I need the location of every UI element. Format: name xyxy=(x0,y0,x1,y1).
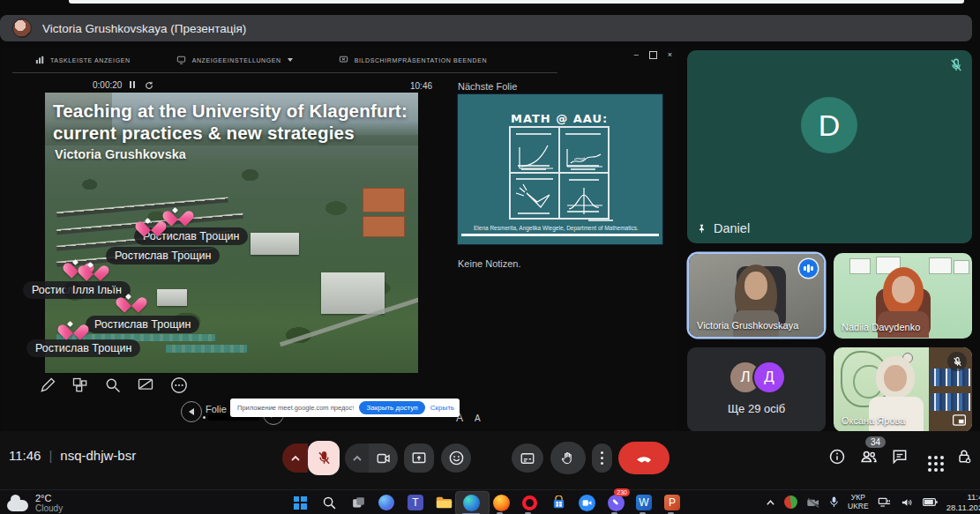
close-button[interactable]: × xyxy=(668,50,672,59)
participant-tile-oksana[interactable]: Оксана Ярова xyxy=(834,347,972,432)
weather-widget[interactable]: 2°C Cloudy xyxy=(7,493,63,513)
folder-icon xyxy=(436,495,453,510)
person-face xyxy=(744,272,767,300)
show-people-button[interactable] xyxy=(857,445,881,468)
sketch-flashlight xyxy=(510,173,559,219)
presenter-clock: 10:46 xyxy=(410,81,432,91)
pause-icon[interactable] xyxy=(130,80,137,90)
powerpoint-button[interactable]: P xyxy=(662,492,683,513)
mic-options-chevron[interactable] xyxy=(282,443,308,473)
end-presentation-icon xyxy=(339,56,348,64)
activities-button[interactable] xyxy=(918,446,941,469)
end-call-button[interactable] xyxy=(618,442,670,474)
teams-button[interactable]: T xyxy=(405,492,426,513)
tray-clock[interactable]: 11:46 28.11.2025 xyxy=(946,492,980,513)
copilot-button[interactable] xyxy=(376,492,397,513)
mic-off-badge xyxy=(947,352,967,371)
viber-button[interactable]: 230 xyxy=(605,492,626,513)
nav-dot xyxy=(203,416,206,419)
network-icon[interactable] xyxy=(878,496,892,509)
tray-camera-off-icon[interactable] xyxy=(806,496,820,509)
black-screen-icon[interactable] xyxy=(137,376,154,394)
meeting-time: 11:46 xyxy=(9,448,41,463)
tennis-courts xyxy=(363,216,406,237)
person-face xyxy=(884,365,907,391)
meeting-details-button[interactable] xyxy=(826,445,849,468)
participant-tile-victoria[interactable]: Victoria Grushkovskaya xyxy=(689,254,824,337)
background-window-edge xyxy=(69,0,964,4)
battery-icon[interactable] xyxy=(923,496,938,508)
campus-building xyxy=(251,233,299,255)
word-button[interactable]: W xyxy=(633,492,655,513)
slide-title-line1: Teaching at the University of Klagenfurt… xyxy=(53,100,408,122)
pen-tool-icon[interactable] xyxy=(39,376,56,394)
task-view-button[interactable] xyxy=(348,492,369,513)
smiley-icon xyxy=(448,450,465,466)
system-tray: УКР UKRE 11:46 28.11.2025 xyxy=(766,492,980,513)
start-button[interactable] xyxy=(289,492,310,513)
tray-sync-icon[interactable] xyxy=(784,495,797,509)
previous-slide-button[interactable] xyxy=(181,401,202,422)
wall-frame xyxy=(954,260,969,274)
zoom-button[interactable] xyxy=(576,492,597,513)
minimize-button[interactable]: – xyxy=(634,50,639,59)
tray-time: 11:46 xyxy=(946,492,980,503)
zoom-slide-icon[interactable] xyxy=(104,376,122,394)
thumb-small-note xyxy=(588,220,613,221)
info-icon xyxy=(828,448,846,466)
present-screen-button[interactable] xyxy=(404,443,434,473)
next-slide-credit: Elena Resmerita, Angelika Wiegele, Depar… xyxy=(474,225,639,231)
chat-button[interactable] xyxy=(888,445,911,468)
font-decrease-button[interactable]: A xyxy=(475,413,481,423)
picture-in-picture-icon[interactable] xyxy=(953,414,966,426)
mic-toggle-button[interactable] xyxy=(308,441,340,475)
more-participants-tile[interactable]: Л Д Ще 29 осіб xyxy=(687,347,826,432)
raise-hand-button[interactable] xyxy=(550,442,586,474)
meet-window: Victoria Grushkovskaya (Презентація) TAS… xyxy=(0,0,980,514)
slide-link-highlight[interactable] xyxy=(166,345,247,353)
captions-button[interactable] xyxy=(512,443,543,473)
opera-button[interactable] xyxy=(519,492,540,513)
participant-name: Daniel xyxy=(714,221,750,235)
search-button[interactable] xyxy=(318,492,340,513)
lock-icon xyxy=(955,448,973,466)
tray-expand-icon[interactable] xyxy=(766,499,775,506)
maximize-button[interactable] xyxy=(649,51,657,59)
participant-tile-daniel[interactable]: D Daniel xyxy=(687,50,972,243)
hand-icon xyxy=(560,451,576,466)
more-options-button[interactable] xyxy=(592,443,612,473)
language-line2: UKRE xyxy=(848,503,869,511)
end-slideshow-button[interactable]: BILDSCHIRMPRÄSENTATION BEENDEN xyxy=(339,56,487,64)
firefox-button[interactable] xyxy=(490,492,512,513)
stop-sharing-button[interactable]: Закрыть доступ xyxy=(359,401,424,414)
sketch-function-curve xyxy=(559,173,609,219)
camera-toggle-button[interactable] xyxy=(369,443,398,473)
tray-mic-icon[interactable] xyxy=(829,495,839,509)
more-tools-icon[interactable] xyxy=(169,376,189,395)
audio-activity-indicator xyxy=(799,259,818,278)
host-controls-button[interactable] xyxy=(953,445,976,468)
file-explorer-button[interactable] xyxy=(433,492,454,513)
taskbar-show-button[interactable]: TASKLEISTE ANZEIGEN xyxy=(35,56,131,64)
campus-building xyxy=(321,272,385,315)
hide-notification-link[interactable]: Скрыть xyxy=(430,404,454,412)
edge-button[interactable] xyxy=(460,492,482,513)
reactions-button[interactable] xyxy=(441,443,471,473)
powerpoint-icon: P xyxy=(664,495,680,510)
more-participants-label: Ще 29 осіб xyxy=(687,402,826,415)
slide-timer-row: 0:00:20 xyxy=(93,80,153,90)
next-slide-title: MATH @ AAU: xyxy=(511,112,608,125)
all-slides-icon[interactable] xyxy=(71,376,89,394)
volume-icon[interactable] xyxy=(901,496,914,509)
camera-options-chevron[interactable] xyxy=(345,443,369,473)
search-icon xyxy=(322,495,337,510)
restart-timer-icon[interactable] xyxy=(145,81,153,90)
participant-tile-nadiia[interactable]: Nadiia Davydenko xyxy=(834,253,972,339)
grid-icon xyxy=(928,456,931,459)
next-slide-thumbnail[interactable]: MATH @ AAU: xyxy=(458,94,662,244)
chevron-down-icon xyxy=(288,58,293,62)
teams-icon: T xyxy=(408,495,423,510)
language-indicator[interactable]: УКР UKRE xyxy=(848,494,869,511)
display-settings-button[interactable]: ANZEIGEEINSTELLUNGEN xyxy=(176,56,293,64)
ms-store-button[interactable] xyxy=(548,492,569,513)
